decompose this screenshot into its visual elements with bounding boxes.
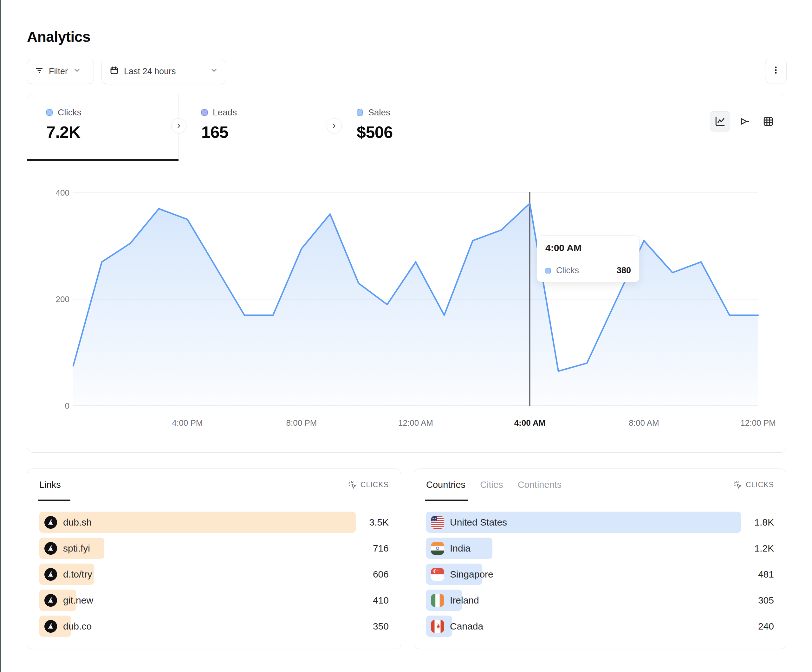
tooltip-series-label: Clicks (556, 266, 579, 275)
row-value: 350 (356, 621, 389, 632)
stats-header: Clicks 7.2K Leads 165 Sales $506 (27, 94, 786, 161)
funnel-chart-toggle-button[interactable] (734, 111, 754, 131)
more-options-button[interactable] (765, 59, 786, 84)
metric-label: CLICKS (360, 481, 389, 489)
svg-text:0: 0 (65, 401, 70, 411)
link-row[interactable]: d.to/try606 (39, 564, 389, 585)
svg-text:4:00 PM: 4:00 PM (172, 418, 203, 428)
chevron-right-icon (331, 122, 338, 129)
bar-area: Singapore (426, 564, 741, 585)
row-label: spti.fyi (63, 543, 90, 554)
country-row[interactable]: Singapore481 (426, 564, 774, 585)
flag-in-icon (431, 542, 444, 555)
row-label: Canada (450, 621, 483, 632)
links-list: dub.sh3.5Kspti.fyi716d.to/try606git.new4… (27, 501, 401, 637)
svg-text:8:00 PM: 8:00 PM (286, 418, 317, 428)
stat-tab-leads[interactable]: Leads 165 (179, 94, 334, 161)
svg-text:200: 200 (56, 295, 70, 304)
tab-label: Links (39, 479, 61, 490)
stat-tab-sales[interactable]: Sales $506 (334, 94, 489, 161)
row-label: Ireland (450, 595, 479, 606)
row-value: 1.2K (741, 543, 774, 554)
stat-label: Sales (368, 107, 390, 118)
countries-metric[interactable]: CLICKS (734, 481, 774, 489)
bar-area: India (426, 537, 741, 559)
countries-list: United States1.8KIndia1.2KSingapore481Ir… (414, 501, 786, 637)
tab-cities[interactable]: Cities (480, 469, 503, 501)
bar-area: d.to/try (39, 564, 356, 585)
chart-canvas: 02004004:00 PM8:00 PM12:00 AM4:00 AM8:00… (27, 161, 786, 446)
stat-value: 165 (201, 123, 334, 142)
table-view-toggle-button[interactable] (758, 111, 778, 131)
bar-area: Canada (426, 616, 741, 637)
tooltip-value: 380 (617, 266, 631, 275)
bar-area: dub.sh (39, 512, 356, 533)
stat-value: $506 (357, 123, 489, 142)
clicks-legend-swatch (46, 109, 53, 116)
clicks-time-series-chart[interactable]: 02004004:00 PM8:00 PM12:00 AM4:00 AM8:00… (27, 161, 786, 452)
bar-area: Ireland (426, 590, 741, 611)
date-range-label: Last 24 hours (124, 67, 176, 77)
filter-button[interactable]: Filter (27, 59, 94, 84)
link-row[interactable]: dub.sh3.5K (39, 512, 389, 533)
cursor-click-icon (734, 481, 742, 489)
svg-text:4:00 AM: 4:00 AM (514, 418, 546, 428)
page-title: Analytics (27, 28, 90, 45)
row-label: dub.sh (63, 517, 92, 528)
row-value: 410 (356, 595, 389, 606)
row-label: dub.co (63, 621, 92, 632)
cursor-click-icon (348, 481, 357, 489)
link-row[interactable]: dub.co350 (39, 616, 389, 637)
row-label: India (450, 543, 471, 554)
country-row[interactable]: Ireland305 (426, 590, 774, 611)
row-value: 716 (356, 543, 389, 554)
row-label: git.new (63, 595, 93, 606)
link-row[interactable]: git.new410 (39, 590, 389, 611)
svg-text:400: 400 (56, 188, 70, 198)
date-range-button[interactable]: Last 24 hours (101, 59, 226, 84)
stat-label: Leads (213, 107, 237, 118)
expand-sales-button[interactable] (327, 118, 342, 133)
chart-type-toggle (710, 111, 778, 131)
line-chart-toggle-button[interactable] (710, 111, 730, 131)
country-row[interactable]: India1.2K (426, 537, 774, 559)
funnel-chart-icon (739, 116, 750, 127)
svg-text:8:00 AM: 8:00 AM (629, 418, 659, 428)
row-value: 481 (741, 569, 774, 580)
stat-tab-clicks[interactable]: Clicks 7.2K (27, 94, 179, 161)
chevron-right-icon (175, 122, 182, 129)
stat-label: Clicks (58, 107, 82, 118)
dub-logo-icon (44, 516, 57, 529)
dub-logo-icon (44, 568, 57, 581)
links-metric[interactable]: CLICKS (348, 481, 389, 489)
links-panel-header: Links CLICKS (27, 469, 401, 501)
expand-leads-button[interactable] (171, 118, 186, 133)
tab-label: Cities (480, 479, 503, 490)
svg-text:12:00 PM: 12:00 PM (740, 418, 776, 428)
page-left-edge (0, 0, 1, 672)
chart-tooltip: 4:00 AM Clicks 380 (537, 235, 640, 282)
bar-area: spti.fyi (39, 537, 356, 559)
tab-links[interactable]: Links (39, 469, 61, 501)
chart-svg: 02004004:00 PM8:00 PM12:00 AM4:00 AM8:00… (27, 161, 786, 446)
leads-legend-swatch (201, 109, 208, 116)
sales-legend-swatch (357, 109, 363, 116)
dub-logo-icon (44, 620, 57, 633)
row-value: 1.8K (741, 517, 774, 528)
tab-continents[interactable]: Continents (518, 469, 562, 501)
countries-panel: Countries Cities Continents CLICKS Unite… (414, 469, 786, 649)
link-row[interactable]: spti.fyi716 (39, 537, 389, 559)
tab-countries[interactable]: Countries (426, 469, 466, 501)
stat-value: 7.2K (46, 123, 179, 142)
country-row[interactable]: United States1.8K (426, 512, 774, 533)
grid-table-icon (763, 116, 774, 127)
country-row[interactable]: Canada240 (426, 616, 774, 637)
filter-button-label: Filter (49, 67, 68, 77)
dub-logo-icon (44, 542, 57, 555)
bar-area: United States (426, 512, 741, 533)
line-chart-icon (714, 116, 726, 127)
row-label: United States (450, 517, 507, 528)
links-panel: Links CLICKS dub.sh3.5Kspti.fyi716d.to/t… (27, 469, 401, 649)
dub-logo-icon (44, 594, 57, 607)
analytics-card: Clicks 7.2K Leads 165 Sales $506 (27, 94, 786, 453)
